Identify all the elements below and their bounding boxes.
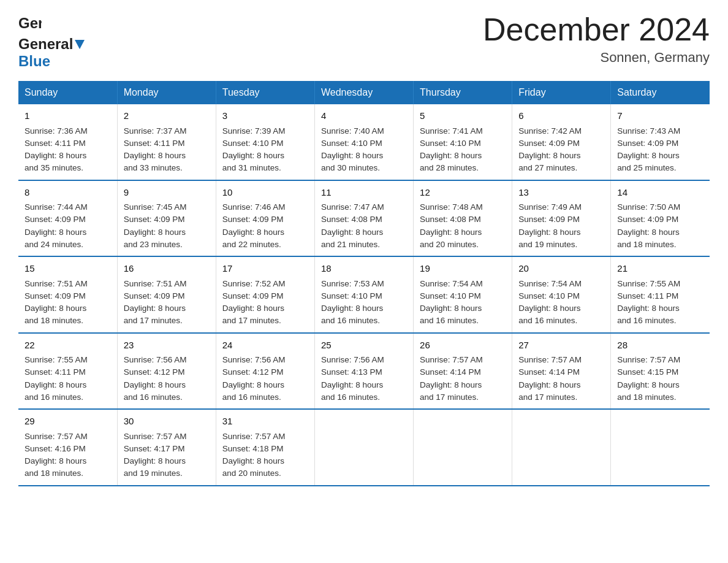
sunset-label: Sunset: 4:09 PM [222, 291, 284, 301]
daylight-label: Daylight: 8 hours [617, 304, 679, 313]
sunset-label: Sunset: 4:10 PM [420, 139, 481, 148]
weekday-header-monday: Monday [117, 81, 216, 104]
calendar-cell: 1Sunrise: 7:36 AMSunset: 4:11 PMDaylight… [18, 104, 117, 180]
calendar-cell: 25Sunrise: 7:56 AMSunset: 4:13 PMDayligh… [314, 333, 413, 410]
day-number: 27 [518, 339, 604, 353]
calendar-cell [414, 409, 512, 486]
daylight-label: Daylight: 8 hours [420, 380, 482, 389]
sunrise-label: Sunrise: 7:43 AM [617, 126, 680, 136]
day-number: 5 [420, 109, 506, 123]
calendar-cell: 5Sunrise: 7:41 AMSunset: 4:10 PMDaylight… [414, 104, 512, 180]
title-block: December 2024 Sonnen, Germany [483, 12, 710, 66]
week-row-2: 8Sunrise: 7:44 AMSunset: 4:09 PMDaylight… [18, 180, 710, 257]
sunrise-label: Sunrise: 7:57 AM [124, 432, 187, 441]
daylight-minutes: and 18 minutes. [617, 393, 676, 402]
daylight-label: Daylight: 8 hours [518, 380, 580, 389]
sunset-label: Sunset: 4:10 PM [518, 291, 580, 301]
sunset-label: Sunset: 4:11 PM [124, 139, 185, 148]
day-number: 25 [321, 339, 407, 353]
daylight-minutes: and 17 minutes. [124, 316, 183, 325]
week-row-4: 22Sunrise: 7:55 AMSunset: 4:11 PMDayligh… [18, 333, 710, 410]
calendar-cell: 21Sunrise: 7:55 AMSunset: 4:11 PMDayligh… [611, 256, 710, 333]
day-number: 31 [222, 415, 308, 429]
daylight-minutes: and 23 minutes. [124, 240, 183, 249]
daylight-minutes: and 22 minutes. [222, 240, 281, 249]
calendar-cell: 10Sunrise: 7:46 AMSunset: 4:09 PMDayligh… [216, 180, 314, 257]
sunset-label: Sunset: 4:09 PM [222, 215, 284, 224]
daylight-minutes: and 25 minutes. [617, 163, 676, 172]
day-number: 21 [617, 262, 703, 276]
daylight-minutes: and 16 minutes. [124, 393, 183, 402]
logo-icon: General [18, 12, 42, 36]
daylight-label: Daylight: 8 hours [321, 151, 383, 160]
sunrise-label: Sunrise: 7:44 AM [25, 202, 88, 212]
sunrise-label: Sunrise: 7:36 AM [25, 126, 88, 136]
weekday-header-friday: Friday [512, 81, 611, 104]
sunrise-label: Sunrise: 7:54 AM [420, 279, 483, 288]
daylight-minutes: and 30 minutes. [321, 163, 380, 172]
calendar-cell: 19Sunrise: 7:54 AMSunset: 4:10 PMDayligh… [414, 256, 512, 333]
sunrise-label: Sunrise: 7:46 AM [222, 202, 286, 212]
logo: General General Blue [18, 12, 86, 70]
weekday-header-wednesday: Wednesday [314, 81, 413, 104]
logo-blue: Blue [18, 53, 50, 69]
daylight-minutes: and 20 minutes. [420, 240, 479, 249]
calendar-cell: 14Sunrise: 7:50 AMSunset: 4:09 PMDayligh… [611, 180, 710, 257]
sunset-label: Sunset: 4:17 PM [124, 444, 185, 453]
calendar-cell: 17Sunrise: 7:52 AMSunset: 4:09 PMDayligh… [216, 256, 314, 333]
daylight-label: Daylight: 8 hours [25, 228, 86, 237]
day-number: 30 [124, 415, 210, 429]
daylight-label: Daylight: 8 hours [124, 456, 186, 465]
sunset-label: Sunset: 4:10 PM [321, 291, 382, 301]
calendar-cell: 22Sunrise: 7:55 AMSunset: 4:11 PMDayligh… [18, 333, 117, 410]
sunset-label: Sunset: 4:15 PM [617, 367, 678, 377]
weekday-header-row: SundayMondayTuesdayWednesdayThursdayFrid… [18, 81, 710, 104]
sunset-label: Sunset: 4:14 PM [518, 367, 580, 377]
sunset-label: Sunset: 4:14 PM [420, 367, 481, 377]
day-number: 14 [617, 186, 703, 200]
sunset-label: Sunset: 4:12 PM [222, 367, 284, 377]
daylight-label: Daylight: 8 hours [518, 304, 580, 313]
calendar-cell: 26Sunrise: 7:57 AMSunset: 4:14 PMDayligh… [414, 333, 512, 410]
daylight-minutes: and 16 minutes. [222, 393, 281, 402]
day-number: 18 [321, 262, 407, 276]
sunrise-label: Sunrise: 7:50 AM [617, 202, 680, 212]
sunset-label: Sunset: 4:13 PM [321, 367, 382, 377]
sunrise-label: Sunrise: 7:42 AM [518, 126, 582, 136]
sunset-label: Sunset: 4:08 PM [321, 215, 382, 224]
sunrise-label: Sunrise: 7:47 AM [321, 202, 384, 212]
day-number: 13 [518, 186, 604, 200]
sunrise-label: Sunrise: 7:56 AM [124, 355, 187, 364]
day-number: 22 [25, 339, 111, 353]
calendar-cell: 28Sunrise: 7:57 AMSunset: 4:15 PMDayligh… [611, 333, 710, 410]
sunset-label: Sunset: 4:18 PM [222, 444, 284, 453]
week-row-1: 1Sunrise: 7:36 AMSunset: 4:11 PMDaylight… [18, 104, 710, 180]
daylight-label: Daylight: 8 hours [518, 228, 580, 237]
daylight-minutes: and 28 minutes. [420, 163, 479, 172]
sunset-label: Sunset: 4:10 PM [222, 139, 284, 148]
sunrise-label: Sunrise: 7:55 AM [25, 355, 88, 364]
calendar-cell: 7Sunrise: 7:43 AMSunset: 4:09 PMDaylight… [611, 104, 710, 180]
daylight-label: Daylight: 8 hours [222, 456, 284, 465]
sunrise-label: Sunrise: 7:37 AM [124, 126, 187, 136]
daylight-minutes: and 19 minutes. [124, 469, 183, 478]
sunset-label: Sunset: 4:09 PM [617, 139, 678, 148]
daylight-minutes: and 16 minutes. [518, 316, 577, 325]
daylight-minutes: and 18 minutes. [25, 469, 83, 478]
logo-arrow-icon [74, 38, 86, 50]
daylight-label: Daylight: 8 hours [222, 228, 284, 237]
daylight-minutes: and 35 minutes. [25, 163, 83, 172]
day-number: 28 [617, 339, 703, 353]
sunrise-label: Sunrise: 7:53 AM [321, 279, 384, 288]
sunrise-label: Sunrise: 7:57 AM [617, 355, 680, 364]
daylight-label: Daylight: 8 hours [321, 228, 383, 237]
day-number: 24 [222, 339, 308, 353]
daylight-label: Daylight: 8 hours [617, 228, 679, 237]
calendar-body: 1Sunrise: 7:36 AMSunset: 4:11 PMDaylight… [18, 104, 710, 486]
daylight-label: Daylight: 8 hours [124, 304, 186, 313]
sunset-label: Sunset: 4:09 PM [124, 291, 185, 301]
daylight-label: Daylight: 8 hours [124, 380, 186, 389]
calendar-cell: 11Sunrise: 7:47 AMSunset: 4:08 PMDayligh… [314, 180, 413, 257]
calendar-cell: 27Sunrise: 7:57 AMSunset: 4:14 PMDayligh… [512, 333, 611, 410]
day-number: 26 [420, 339, 506, 353]
